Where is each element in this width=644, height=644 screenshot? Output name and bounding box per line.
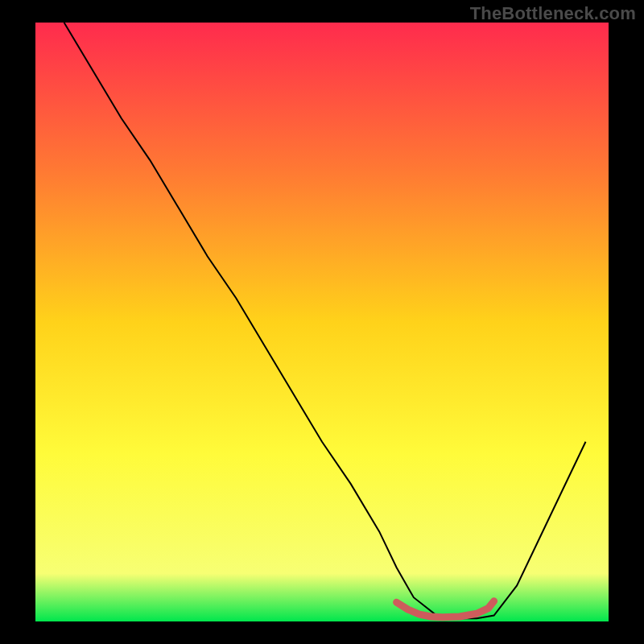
bottleneck-chart xyxy=(0,0,644,644)
chart-frame: TheBottleneck.com xyxy=(0,0,644,644)
watermark-label: TheBottleneck.com xyxy=(470,3,636,24)
gradient-background xyxy=(35,23,609,621)
